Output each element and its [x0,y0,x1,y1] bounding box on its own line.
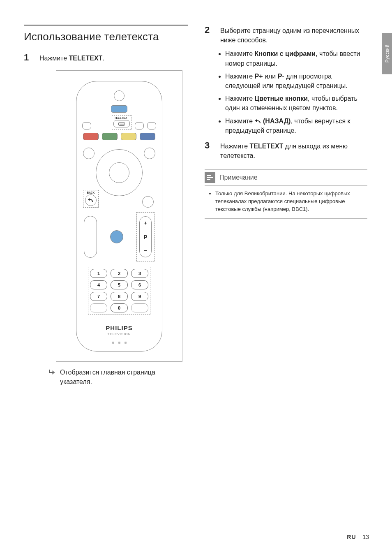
p-plus: + [144,220,147,226]
info-button [83,148,95,159]
key-0: 0 [111,303,128,312]
page-footer: RU 13 [347,534,369,540]
step-1-result: Отобразится главная страница указателя. [48,368,188,386]
navigation-zone: BACK [83,147,155,208]
power-button [114,90,125,101]
key-2: 2 [111,269,128,278]
step-3: 3 Нажмите TELETEXT для выхода из меню те… [205,140,367,160]
brand-area: PHILIPS TELEVISION [82,324,156,336]
footer-page-number: 13 [362,534,369,540]
key-9: 9 [131,292,148,301]
bold-term: TELETEXT [69,55,103,62]
step-text: Выберите страницу одним из перечисленных… [220,26,367,45]
back-label: BACK [84,191,97,194]
green-button [102,133,118,140]
yellow-button [121,133,136,140]
volume-channel-zone: + P − [84,213,154,261]
teletext-label: TELETEXT [113,116,130,119]
format-button [147,122,156,130]
ambilight-button [111,105,127,113]
p-letter: P [144,234,148,240]
channel-rocker: + P − [139,216,152,257]
right-column: 2 Выберите страницу одним из перечисленн… [205,25,371,387]
step-2: 2 Выберите страницу одним из перечисленн… [205,25,367,45]
brand-subtitle: TELEVISION [82,332,156,336]
p-minus: − [144,247,147,254]
note-text: Только для Великобритании. На некоторых … [215,190,364,213]
key-3: 3 [131,269,148,278]
result-text: Отобразится главная страница указателя. [60,368,188,386]
note-title: Примечание [219,174,258,181]
key-8: 8 [111,292,128,301]
key-7: 7 [90,292,107,301]
key-5: 5 [111,280,128,289]
step-2-bullets: Нажмите Кнопки с цифрами, чтобы ввести н… [205,49,367,135]
remote-illustration-frame: TELETEXT [56,70,182,362]
footer-lang: RU [347,534,356,540]
back-highlight: BACK [83,190,99,208]
source-button [82,122,91,130]
step-number: 2 [205,25,213,35]
step-number: 1 [24,52,32,63]
note-box: Примечание Только для Великобритании. На… [205,169,367,219]
options-button [144,148,155,159]
volume-rocker [84,216,97,258]
home-button [142,196,154,208]
numpad-highlight: 1 2 3 4 5 6 7 8 9 [88,267,150,314]
left-column: Использование телетекста 1 Нажмите TELET… [24,25,188,387]
step-text: Нажмите TELETEXT для выхода из меню теле… [220,141,367,160]
text: . [102,55,104,62]
remote-control: TELETEXT [76,81,162,352]
back-icon [255,118,261,125]
note-icon [205,172,215,183]
teletext-highlight: TELETEXT [112,115,131,130]
teletext-button [113,120,130,127]
step-1: 1 Нажмите TELETEXT. [24,52,188,63]
result-arrow-icon [48,368,56,386]
bullet-1: Нажмите Кнопки с цифрами, чтобы ввести н… [225,49,367,68]
note-header: Примечание [205,170,367,185]
red-button [83,133,99,140]
mute-button [110,230,123,243]
back-button [85,194,97,206]
key-prev [90,303,107,312]
page-content: Использование телетекста 1 Нажмите TELET… [0,0,392,403]
bullet-3: Нажмите Цветные кнопки, чтобы выбрать од… [225,94,367,113]
section-title: Использование телетекста [24,25,188,43]
key-6: 6 [131,280,148,289]
brand-name: PHILIPS [82,324,156,331]
note-body: Только для Великобритании. На некоторых … [205,185,367,219]
key-mhp [131,303,148,312]
channel-highlight: + P − [136,212,154,261]
blue-button [140,133,155,140]
key-4: 4 [90,280,107,289]
bullet-4: Нажмите (НАЗАД), чтобы вернуться к преды… [225,116,367,135]
step-text: Нажмите TELETEXT. [39,53,104,63]
key-1: 1 [90,269,107,278]
bullet-2: Нажмите P+ или P- для просмотра следующе… [225,72,367,90]
bottom-keys [82,342,156,344]
dpad-ring [96,149,143,196]
guide-button [135,122,144,130]
language-tab: Русский [382,33,392,74]
step-number: 3 [205,140,213,151]
text: Нажмите [39,55,69,62]
color-buttons-row [83,133,155,140]
